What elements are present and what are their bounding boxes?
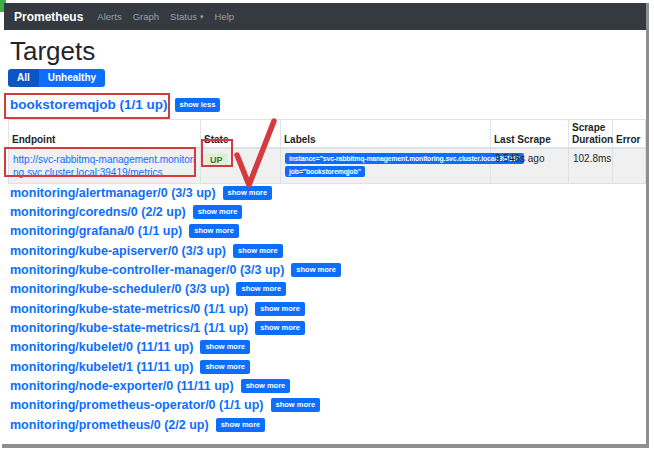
column-header-endpoint: Endpoint [9, 120, 201, 149]
show-more-button[interactable]: show more [271, 398, 321, 412]
job-link-bookstoremqjob[interactable]: bookstoremqjob (1/1 up) [10, 97, 168, 112]
show-more-button[interactable]: show more [233, 244, 283, 258]
job-link-kube-state-metrics-0[interactable]: monitoring/kube-state-metrics/0 (1/1 up) [10, 302, 248, 316]
column-header-state: State [201, 120, 281, 149]
show-more-button[interactable]: show more [189, 224, 239, 238]
endpoint-cell: http://svc-rabbitmq-management.monitorin… [9, 148, 201, 184]
show-more-button[interactable]: show more [200, 340, 250, 354]
job-link-grafana[interactable]: monitoring/grafana/0 (1/1 up) [10, 224, 182, 238]
navbar: Prometheus Alerts Graph Status ▾ Help [4, 3, 646, 30]
column-header-error: Error [613, 120, 646, 149]
job-link-node-exporter[interactable]: monitoring/node-exporter/0 (11/11 up) [10, 379, 234, 393]
last-scrape-cell: 9.548s ago [491, 148, 569, 184]
filter-unhealthy-button[interactable]: Unhealthy [39, 69, 105, 87]
job-link-kube-state-metrics-1[interactable]: monitoring/kube-state-metrics/1 (1/1 up) [10, 321, 248, 335]
job-link-alertmanager[interactable]: monitoring/alertmanager/0 (3/3 up) [10, 186, 216, 200]
job-link-kubelet-0[interactable]: monitoring/kubelet/0 (11/11 up) [10, 340, 193, 354]
list-item: monitoring/coredns/0 (2/2 up) show more [10, 202, 341, 221]
list-item: monitoring/grafana/0 (1/1 up) show more [10, 222, 341, 241]
list-item: monitoring/alertmanager/0 (3/3 up) show … [10, 183, 341, 202]
show-less-button[interactable]: show less [175, 98, 221, 112]
nav-status-label: Status [170, 11, 197, 22]
show-more-button[interactable]: show more [255, 321, 305, 335]
list-item: monitoring/prometheus-operator/0 (1/1 up… [10, 396, 341, 415]
list-item: monitoring/node-exporter/0 (11/11 up) sh… [10, 376, 341, 395]
job-link-coredns[interactable]: monitoring/coredns/0 (2/2 up) [10, 205, 186, 219]
page-title: Targets [10, 36, 95, 67]
show-more-button[interactable]: show more [216, 418, 266, 432]
targets-table: Endpoint State Labels Last Scrape Scrape… [8, 119, 646, 184]
show-more-button[interactable]: show more [193, 205, 243, 219]
show-more-button[interactable]: show more [200, 360, 250, 374]
screenshot-border-right [646, 3, 649, 447]
nav-status-dropdown[interactable]: Status ▾ [170, 11, 203, 22]
column-header-scrape-duration: Scrape Duration [569, 120, 613, 149]
list-item: monitoring/prometheus/0 (2/2 up) show mo… [10, 415, 341, 434]
list-item: monitoring/kubelet/1 (11/11 up) show mor… [10, 357, 341, 376]
labels-stack: instance="svc-rabbitmq-management.monito… [285, 153, 486, 177]
column-header-labels: Labels [281, 120, 491, 149]
show-more-button[interactable]: show more [241, 379, 291, 393]
show-more-button[interactable]: show more [291, 263, 341, 277]
table-row: http://svc-rabbitmq-management.monitorin… [9, 148, 646, 184]
list-item: monitoring/kube-state-metrics/0 (1/1 up)… [10, 299, 341, 318]
column-header-last-scrape: Last Scrape [491, 120, 569, 149]
nav-alerts[interactable]: Alerts [97, 11, 121, 22]
show-more-button[interactable]: show more [223, 186, 273, 200]
screenshot-border-bottom [2, 444, 649, 448]
list-item: monitoring/kube-scheduler/0 (3/3 up) sho… [10, 280, 341, 299]
endpoint-link[interactable]: http://svc-rabbitmq-management.monitorin… [13, 153, 196, 179]
expanded-job-heading: bookstoremqjob (1/1 up) show less [10, 97, 220, 112]
label-badge-job: job="bookstoremqjob" [285, 166, 365, 177]
error-cell [613, 148, 646, 184]
list-item: monitoring/kubelet/0 (11/11 up) show mor… [10, 338, 341, 357]
job-link-kube-scheduler[interactable]: monitoring/kube-scheduler/0 (3/3 up) [10, 282, 229, 296]
nav-help[interactable]: Help [215, 11, 235, 22]
collapsed-jobs-list: monitoring/alertmanager/0 (3/3 up) show … [10, 183, 341, 434]
scrape-duration-cell: 102.8ms [569, 148, 613, 184]
nav-graph[interactable]: Graph [133, 11, 159, 22]
job-link-kube-apiserver[interactable]: monitoring/kube-apiserver/0 (3/3 up) [10, 244, 226, 258]
show-more-button[interactable]: show more [236, 282, 286, 296]
filter-all-button[interactable]: All [8, 69, 39, 87]
app-brand[interactable]: Prometheus [14, 10, 83, 24]
state-cell: UP [201, 148, 281, 184]
job-link-prometheus-operator[interactable]: monitoring/prometheus-operator/0 (1/1 up… [10, 398, 264, 412]
state-up-badge: UP [205, 153, 228, 167]
show-more-button[interactable]: show more [255, 302, 305, 316]
job-link-prometheus[interactable]: monitoring/prometheus/0 (2/2 up) [10, 418, 209, 432]
list-item: monitoring/kube-controller-manager/0 (3/… [10, 260, 341, 279]
job-link-kube-controller-manager[interactable]: monitoring/kube-controller-manager/0 (3/… [10, 263, 284, 277]
labels-cell: instance="svc-rabbitmq-management.monito… [281, 148, 491, 184]
table-header-row: Endpoint State Labels Last Scrape Scrape… [9, 120, 646, 149]
list-item: monitoring/kube-state-metrics/1 (1/1 up)… [10, 318, 341, 337]
label-badge-instance: instance="svc-rabbitmq-management.monito… [285, 153, 524, 164]
job-link-kubelet-1[interactable]: monitoring/kubelet/1 (11/11 up) [10, 360, 193, 374]
caret-down-icon: ▾ [200, 13, 204, 21]
list-item: monitoring/kube-apiserver/0 (3/3 up) sho… [10, 241, 341, 260]
filter-button-group: All Unhealthy [8, 69, 105, 87]
